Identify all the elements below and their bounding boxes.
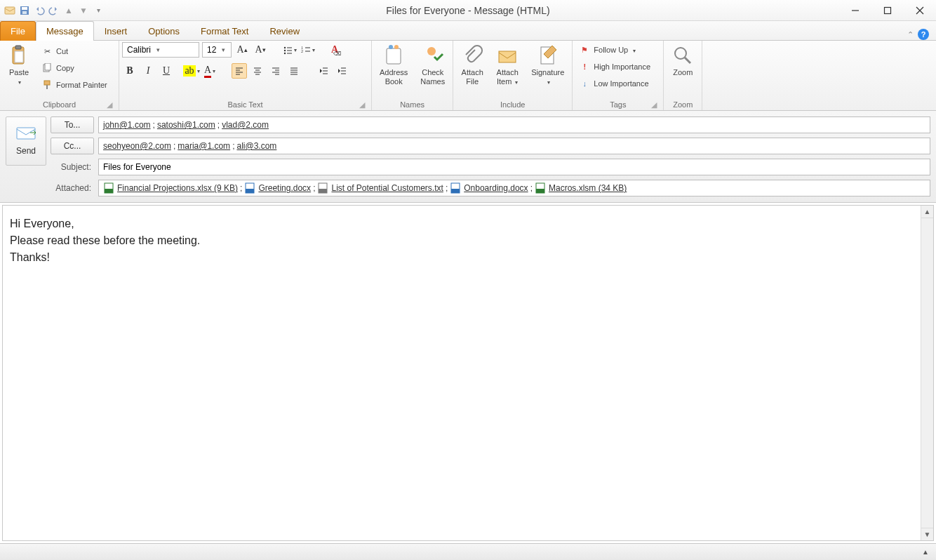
vertical-scrollbar[interactable]: ▲ ▼ [921,206,933,540]
align-left-button[interactable] [232,63,247,79]
save-icon[interactable] [19,5,30,16]
attachment-item[interactable]: Financial Projections.xlsx (9 KB) [103,182,238,194]
signature-icon [537,44,559,67]
attachments-field[interactable]: Financial Projections.xlsx (9 KB); Greet… [98,180,930,196]
low-importance-icon: ↓ [579,78,590,89]
message-body-editor[interactable]: Hi Everyone, Please read these before th… [3,206,921,540]
zoom-button[interactable]: Zoom [667,42,699,79]
bullets-button[interactable] [282,42,297,58]
attachment-name: Macros.xlsm (34 KB) [549,183,627,193]
attachment-item[interactable]: Greeting.docx [244,182,311,194]
paste-button[interactable]: Paste [3,42,35,89]
ribbon: Paste ✂ Cut Copy Format Painter Clipboar… [0,41,936,111]
group-names: Address Book Check Names Names [372,41,453,110]
align-center-button[interactable] [250,63,265,79]
attach-file-button[interactable]: Attach File [456,42,488,88]
align-justify-button[interactable] [286,63,302,79]
svg-point-49 [394,45,399,49]
scroll-up-icon[interactable]: ▲ [921,206,933,218]
svg-rect-13 [44,81,50,85]
recipient[interactable]: ali@3.com [236,141,276,151]
close-button[interactable] [904,0,936,21]
recipient[interactable]: vlad@2.com [222,120,269,130]
to-button[interactable]: To... [51,116,94,133]
tab-format-text[interactable]: Format Text [190,21,259,41]
tab-insert[interactable]: Insert [94,21,138,41]
font-name-select[interactable]: Calibri▾ [122,42,199,58]
attachment-item[interactable]: Macros.xlsm (34 KB) [535,182,627,194]
font-color-button[interactable]: A [202,63,218,79]
ribbon-tabs: File Message Insert Options Format Text … [0,21,936,41]
flag-icon: ⚑ [579,44,590,55]
qat-customize-icon[interactable]: ▾ [93,5,104,16]
cut-button[interactable]: ✂ Cut [38,44,111,59]
chevron-down-icon [631,46,636,54]
help-icon[interactable]: ? [918,29,929,40]
increase-indent-button[interactable] [334,63,349,79]
tab-options[interactable]: Options [138,21,190,41]
dialog-launcher-icon[interactable]: ◢ [105,100,114,109]
underline-button[interactable]: U [159,63,174,79]
prev-item-icon[interactable]: ▲ [63,5,74,16]
follow-up-button[interactable]: ⚑ Follow Up [575,42,654,58]
svg-rect-59 [246,189,254,193]
group-include: Attach File Attach Item Signature Includ… [453,41,573,110]
svg-rect-55 [17,128,35,139]
to-field[interactable]: john@1.com; satoshi@1.com; vlad@2.com [98,116,930,133]
attach-item-button[interactable]: Attach Item [491,42,523,89]
align-right-button[interactable] [268,63,283,79]
address-book-button[interactable]: Address Book [375,42,413,88]
maximize-button[interactable] [871,0,904,21]
svg-rect-9 [15,46,21,49]
tab-file[interactable]: File [0,21,36,41]
tab-review[interactable]: Review [259,21,310,41]
collapse-ribbon-icon[interactable]: ⌃ [907,30,914,39]
cc-field[interactable]: seohyeon@2.com; maria@1.com; ali@3.com [98,138,930,154]
send-button[interactable]: Send [6,116,46,166]
numbering-button[interactable]: 12 [300,42,316,58]
dialog-launcher-icon[interactable]: ◢ [650,100,658,109]
highlight-button[interactable]: ab [184,63,199,79]
expand-icon[interactable]: ▲ [922,548,929,556]
recipient[interactable]: seohyeon@2.com [103,141,171,151]
scroll-down-icon[interactable]: ▼ [921,528,933,540]
minimize-button[interactable] [839,0,871,21]
decrease-indent-button[interactable] [316,63,331,79]
subject-field[interactable] [98,159,930,175]
high-importance-button[interactable]: ! High Importance [575,59,654,74]
paste-icon [8,44,30,67]
signature-button[interactable]: Signature [526,42,569,89]
group-label-tags: Tags ◢ [575,98,660,110]
cc-button[interactable]: Cc... [51,138,94,154]
svg-rect-3 [22,11,27,14]
svg-rect-5 [885,7,891,13]
bold-button[interactable]: B [122,63,138,79]
low-importance-button[interactable]: ↓ Low Importance [575,76,654,91]
attachment-item[interactable]: List of Potential Customers.txt [317,182,443,194]
next-item-icon[interactable]: ▼ [78,5,89,16]
group-label-zoom: Zoom [667,98,699,110]
recipient[interactable]: satoshi@1.com [157,120,215,130]
title-bar: ▲ ▼ ▾ Files for Everyone - Message (HTML… [0,0,936,21]
grow-font-button[interactable]: A▴ [234,42,250,58]
group-basic-text: Calibri▾ 12▾ A▴ A▾ 12 A⌫ B I U ab A [119,41,372,110]
recipient[interactable]: maria@1.com [178,141,230,151]
copy-button[interactable]: Copy [38,60,111,76]
file-icon [244,182,255,194]
group-clipboard: Paste ✂ Cut Copy Format Painter Clipboar… [0,41,119,110]
font-size-select[interactable]: 12▾ [202,42,232,58]
undo-icon[interactable] [34,5,45,16]
shrink-font-button[interactable]: A▾ [253,42,268,58]
dialog-launcher-icon[interactable]: ◢ [358,100,366,109]
attachment-item[interactable]: Onboarding.docx [450,182,528,194]
tab-message[interactable]: Message [36,21,94,41]
redo-icon[interactable] [48,5,60,16]
format-painter-button[interactable]: Format Painter [38,77,111,93]
file-icon [535,182,546,194]
check-names-button[interactable]: Check Names [415,42,450,88]
svg-point-50 [427,47,436,55]
italic-button[interactable]: I [140,63,156,79]
svg-line-54 [685,58,690,63]
recipient[interactable]: john@1.com [103,120,151,130]
clear-formatting-button[interactable]: A⌫ [327,42,342,58]
